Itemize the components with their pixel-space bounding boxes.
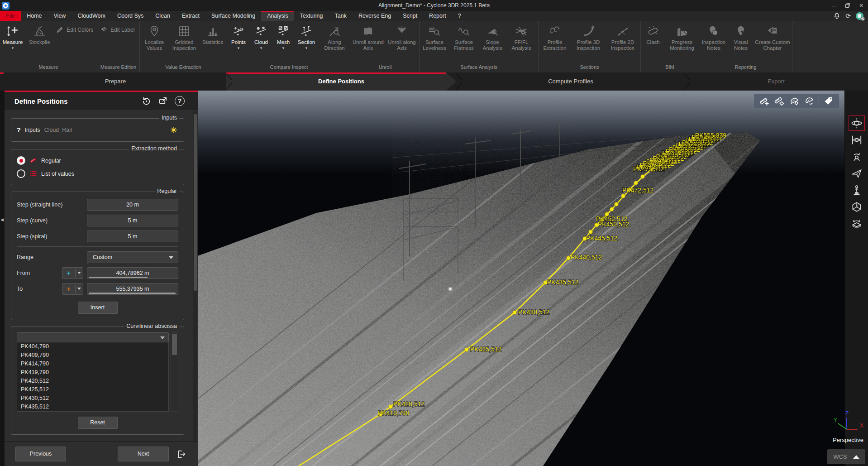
station-marker[interactable] xyxy=(641,175,645,179)
ribbon-button-gridded-inspection[interactable]: Gridded Inspection xyxy=(169,23,200,51)
ribbon-button-along-direction[interactable]: Along Direction xyxy=(319,23,350,51)
ribbon-button-mesh[interactable]: Mesh▾ xyxy=(272,23,294,50)
abscissa-list-item[interactable]: PK430,512 xyxy=(17,394,168,403)
help-icon[interactable]: ? xyxy=(174,96,185,106)
reset-dialog-icon[interactable] xyxy=(141,96,152,106)
station-marker[interactable] xyxy=(465,348,469,352)
station-marker[interactable] xyxy=(567,256,571,260)
minimize-button[interactable]: — xyxy=(827,0,841,11)
exit-workflow-button[interactable] xyxy=(175,447,187,461)
panel-scrollbar[interactable] xyxy=(193,111,197,465)
chevron-down-icon[interactable] xyxy=(76,288,83,290)
abscissa-scrollbar[interactable] xyxy=(171,332,178,412)
menu-item-file[interactable]: File xyxy=(0,11,21,21)
range-select[interactable]: Custom xyxy=(87,251,178,263)
extraction-option-list[interactable]: List of values xyxy=(17,167,178,180)
detach-panel-icon[interactable] xyxy=(157,96,168,106)
ribbon-button-surface-levelness[interactable]: Surface Levelness xyxy=(420,23,449,51)
menu-item-home[interactable]: Home xyxy=(21,11,48,21)
previous-button[interactable]: Previous xyxy=(15,447,66,461)
abscissa-combo[interactable] xyxy=(17,332,169,342)
nav-turntable-button[interactable] xyxy=(849,216,865,231)
ribbon-button-edit-label[interactable]: Edit Label xyxy=(100,26,134,34)
ribbon-button-edit-colors[interactable]: Edit Colors xyxy=(56,26,93,34)
nav-constrained-orbit-button[interactable] xyxy=(849,132,865,148)
reset-button[interactable]: Reset xyxy=(78,417,118,429)
to-pick-combo[interactable]: + xyxy=(62,283,83,295)
add-point-icon[interactable]: + xyxy=(62,284,75,294)
abscissa-list[interactable]: PK404,790PK409,790PK414,790PK419,790PK42… xyxy=(17,342,169,412)
insert-button[interactable]: Insert xyxy=(78,302,118,314)
menu-item-surface-modeling[interactable]: Surface Modeling xyxy=(205,11,261,21)
ribbon-button-points[interactable]: Points▾ xyxy=(227,23,250,50)
workflow-tab-compute-profiles[interactable]: Compute Profiles xyxy=(458,72,683,91)
ruler-diamond-tool-button[interactable] xyxy=(774,96,785,106)
add-point-icon[interactable]: + xyxy=(62,268,75,278)
ribbon-button-create-custom-chapter[interactable]: Create Custom Chapter xyxy=(754,23,792,51)
menu-item-texturing[interactable]: Texturing xyxy=(294,11,329,21)
station-marker[interactable] xyxy=(615,202,619,207)
panel-collapse-arrow-icon[interactable]: ◀ xyxy=(0,217,4,222)
ribbon-button-section[interactable]: Section▾ xyxy=(294,23,319,50)
nav-orbit-button[interactable] xyxy=(849,115,865,131)
abscissa-list-item[interactable]: PK425,512 xyxy=(17,385,168,394)
menu-item-analysis[interactable]: Analysis xyxy=(261,11,294,21)
next-button[interactable]: Next xyxy=(118,447,169,461)
tag-tool-button[interactable] xyxy=(823,96,834,106)
menu-item-view[interactable]: View xyxy=(48,11,72,21)
ribbon-button-progress-monitoring[interactable]: Progress Monitoring xyxy=(665,23,699,51)
protractor-diamond-tool-button[interactable] xyxy=(789,96,800,106)
from-input[interactable]: 404,78962 m xyxy=(87,267,178,279)
sync-icon[interactable]: ⟳ xyxy=(845,12,851,19)
ribbon-button-unroll-around-axis[interactable]: Unroll around Axis xyxy=(351,23,385,51)
ribbon-button-ff-fl-analysis[interactable]: FF/FL Analysis xyxy=(506,23,536,51)
ribbon-button-inspection-notes[interactable]: Inspection Notes xyxy=(699,23,728,51)
abscissa-list-item[interactable]: PK404,790 xyxy=(17,342,168,351)
nav-view-cube-button[interactable] xyxy=(849,199,865,215)
nav-fly-button[interactable] xyxy=(849,166,865,181)
abscissa-list-item[interactable]: PK419,790 xyxy=(17,368,168,377)
notifications-bell-icon[interactable] xyxy=(833,12,840,19)
to-input[interactable]: 555,37935 m xyxy=(87,283,178,295)
radio-selected[interactable] xyxy=(17,156,25,165)
menu-item-reverse-eng[interactable]: Reverse Eng xyxy=(353,11,397,21)
projection-mode-label[interactable]: Perspective xyxy=(801,437,863,443)
ribbon-button-unroll-along-axis[interactable]: Unroll along Axis xyxy=(385,23,419,51)
menu-item-clean[interactable]: Clean xyxy=(149,11,176,21)
ruler-plus-tool-button[interactable] xyxy=(759,96,770,106)
station-marker[interactable] xyxy=(610,207,614,211)
radio-unselected[interactable] xyxy=(17,169,25,178)
ribbon-button-profile-3d-inspection[interactable]: Profile 3D Inspection xyxy=(571,23,606,51)
station-marker[interactable] xyxy=(589,230,593,234)
menu-item-tank[interactable]: Tank xyxy=(329,11,352,21)
station-marker[interactable] xyxy=(513,311,517,315)
protractor-wave-tool-button[interactable] xyxy=(804,96,815,106)
from-pick-combo[interactable]: + xyxy=(62,267,83,279)
ribbon-button-measure[interactable]: Measure▾ xyxy=(0,23,25,50)
ribbon-button-slope-analysis[interactable]: Slope Analysis xyxy=(478,23,506,51)
nav-look-around-button[interactable] xyxy=(849,149,865,164)
inputs-value[interactable]: Cloud_Rail xyxy=(44,127,72,133)
station-marker[interactable] xyxy=(621,194,625,198)
station-marker[interactable] xyxy=(389,405,393,409)
menu-item--[interactable]: ? xyxy=(452,11,467,21)
ribbon-button-profile-extraction[interactable]: Profile Extraction xyxy=(539,23,571,51)
chevron-down-icon[interactable] xyxy=(76,272,83,274)
nav-walk-button[interactable] xyxy=(849,183,865,198)
ribbon-button-statistics[interactable]: Statistics xyxy=(200,23,226,45)
ribbon-button-profile-2d-inspection[interactable]: Profile 2D Inspection xyxy=(606,23,640,51)
step-spiral-input[interactable]: 5 m xyxy=(87,231,178,242)
station-marker[interactable] xyxy=(634,181,638,185)
abscissa-list-item[interactable]: PK414,790 xyxy=(17,360,168,368)
menu-item-script[interactable]: Script xyxy=(397,11,423,21)
ribbon-button-clash[interactable]: Clash xyxy=(641,23,665,45)
ribbon-button-visual-notes[interactable]: Visual Notes xyxy=(728,23,754,51)
close-button[interactable]: ✕ xyxy=(854,0,868,11)
menu-item-coord-sys[interactable]: Coord Sys xyxy=(111,11,149,21)
step-curve-input[interactable]: 5 m xyxy=(87,215,178,226)
workflow-tab-export[interactable]: Export xyxy=(686,72,867,91)
ribbon-button-stockpile[interactable]: Stockpile xyxy=(25,23,53,45)
abscissa-list-item[interactable]: PK420,512 xyxy=(17,377,168,385)
abscissa-list-item[interactable]: PK435,512 xyxy=(17,403,168,411)
menu-item-cloudworx[interactable]: CloudWorx xyxy=(72,11,111,21)
